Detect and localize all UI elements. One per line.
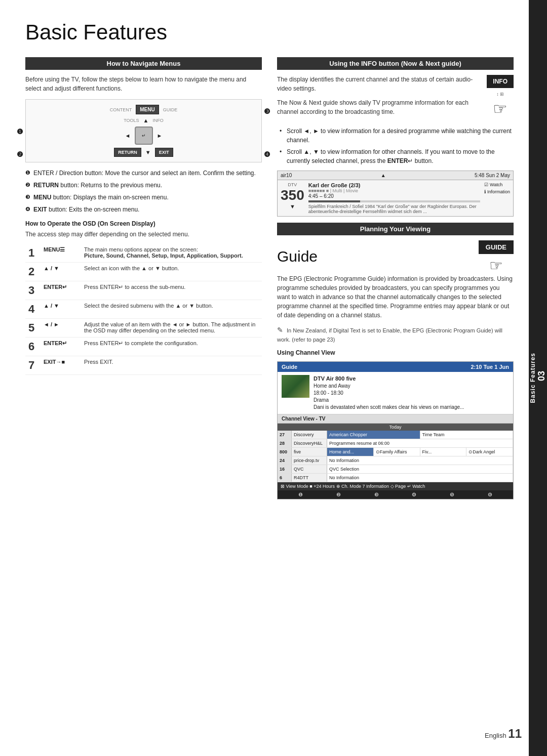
epg-programs-800: Home and... ⊙Family Affairs Fiv... ⊙Dark… [327, 448, 513, 456]
content-label: CONTENT [110, 107, 132, 112]
channel-show-title: Karl der Große (2/3) [308, 182, 481, 188]
remote-row-4: RETURN ▼ EXIT [33, 148, 254, 157]
epg-num-2: ❷ [336, 492, 341, 497]
guide-title: Guide [277, 248, 318, 265]
annotation-4: ❹ [264, 150, 270, 158]
guide-epg: Guide 2:10 Tue 1 Jun DTV Air 800 five Ho… [277, 361, 514, 499]
epg-featured: DTV Air 800 five Home and Away 18:00 - 1… [278, 372, 513, 414]
side-tab: 03 Basic Features [529, 0, 547, 756]
page-number: 11 [508, 727, 522, 740]
epg-prog-800-2[interactable]: ⊙Family Affairs [374, 448, 420, 456]
epg-ch-name-24: price-drop.tv [292, 456, 327, 465]
osd-desc-2: Select an icon with the ▲ or ▼ button. [81, 263, 262, 281]
osd-row-6: 6 ENTER↵ Press ENTER↵ to complete the co… [25, 338, 262, 356]
epg-prog-800-3[interactable]: Fiv... [420, 448, 467, 456]
enter-center-btn[interactable]: ↵ [135, 127, 153, 145]
remote-diagram: ❶ ❷ ❸ ❹ [25, 99, 262, 162]
right-column: Using the INFO button (Now & Next guide)… [277, 57, 514, 499]
epg-row-28: 28 DiscoveryH&L Programmes resume at 06:… [278, 439, 513, 448]
channel-info-top-right: 5:48 Sun 2 May [475, 173, 510, 178]
instruction-3: MENU button: Displays the main on-screen… [25, 193, 262, 202]
osd-desc-5: Adjust the value of an item with the ◄ o… [81, 319, 262, 338]
info-box-container: The display identifies the current chann… [277, 75, 514, 121]
navigate-menus-intro: Before using the TV, follow the steps be… [25, 75, 262, 93]
epg-featured-time: 18:00 - 18:30 [314, 390, 464, 397]
remote-row-2: TOOLS ▲ INFO [33, 117, 254, 123]
osd-desc-6: Press ENTER↵ to complete the configurati… [81, 338, 262, 356]
epg-ch-name-27: Discovery [292, 431, 327, 439]
epg-channel-view-header: Channel View - TV [278, 414, 513, 424]
tools-label: TOOLS [124, 118, 139, 123]
instruction-1: ENTER / Direction button: Move the curso… [25, 169, 262, 178]
annotation-2: ❷ [17, 150, 23, 158]
info-btn-display: INFO [487, 75, 514, 88]
epg-featured-info: DTV Air 800 five Home and Away 18:00 - 1… [314, 375, 464, 411]
remote-diagram-wrapper: ❶ ❷ ❸ ❹ [25, 99, 262, 162]
epg-row-27: 27 Discovery American Chopper Time Team [278, 431, 513, 439]
osd-row-4: 4 ▲ / ▼ Select the desired submenu with … [25, 300, 262, 319]
channel-desc: Spielfilm Frankreich / Sofiel 1984 "Karl… [308, 204, 481, 214]
osd-row-5: 5 ◄ / ► Adjust the value of an item with… [25, 319, 262, 338]
annotation-3: ❸ [264, 107, 270, 115]
channel-time: 4:45 – 6:20 [308, 193, 481, 199]
page-container: Basic Features How to Navigate Menus Bef… [0, 0, 547, 756]
chapter-number: 03 [536, 371, 547, 381]
info-button-header: Using the INFO button (Now & Next guide) [277, 57, 514, 70]
epg-num-3: ❸ [374, 492, 379, 497]
channel-down-arrow: ▼ [290, 203, 295, 209]
channel-info-top-left: air10 [281, 173, 292, 178]
epg-prog-6-1[interactable]: No Information [327, 474, 513, 482]
osd-icon-1: MENU☰ [41, 244, 81, 263]
using-channel-view-title: Using Channel View [277, 349, 514, 356]
info-action[interactable]: ℹ Information [484, 189, 510, 194]
exit-btn[interactable]: EXIT [155, 148, 173, 157]
epg-prog-16-1[interactable]: QVC Selection [327, 465, 513, 473]
epg-bottom-nums: ❶ ❷ ❸ ❹ ❺ ❻ [278, 490, 513, 499]
osd-row-3: 3 ENTER↵ Press ENTER↵ to access the sub-… [25, 281, 262, 300]
epg-prog-800-4[interactable]: ⊙Dark Angel [466, 448, 513, 456]
guide-note: ✎ In New Zealand, if Digital Text is set… [277, 325, 514, 344]
info-bullet-2: Scroll ▲, ▼ to view information for othe… [280, 147, 514, 165]
epg-prog-27-1[interactable]: American Chopper [327, 431, 420, 439]
two-col-layout: How to Navigate Menus Before using the T… [25, 57, 514, 499]
osd-num-5: 5 [25, 319, 41, 338]
epg-num-5: ❺ [450, 492, 454, 497]
epg-row-6: 6 R4DTT No Information [278, 474, 513, 482]
osd-num-3: 3 [25, 281, 41, 300]
info-text-1: The display identifies the current chann… [277, 75, 482, 93]
osd-row-2: 2 ▲ / ▼ Select an icon with the ▲ or ▼ b… [25, 263, 262, 281]
channel-number: 350 [281, 187, 304, 203]
osd-icon-4: ▲ / ▼ [41, 300, 81, 319]
up-arrow: ▲ [143, 117, 148, 123]
osd-desc-3: Press ENTER↵ to access the sub-menu. [81, 281, 262, 300]
osd-subtitle: The access step may differ depending on … [25, 230, 262, 239]
instruction-2: RETURN button: Returns to the previous m… [25, 181, 262, 190]
remote-row-3: ◄ ↵ ► [33, 127, 254, 145]
osd-icon-5: ◄ / ► [41, 319, 81, 338]
epg-prog-800-1[interactable]: Home and... [327, 448, 374, 456]
epg-featured-channel: DTV Air 800 five [314, 375, 464, 383]
epg-prog-27-2[interactable]: Time Team [420, 431, 514, 439]
osd-title: How to Operate the OSD (On Screen Displa… [25, 220, 262, 227]
right-arrow: ► [157, 133, 163, 139]
return-btn[interactable]: RETURN [114, 148, 141, 157]
watch-action[interactable]: ☑ Watch [484, 182, 510, 187]
down-arrow: ▼ [145, 149, 151, 155]
epg-num-6: ❻ [488, 492, 492, 497]
osd-icon-6: ENTER↵ [41, 338, 81, 356]
menu-btn[interactable]: MENU [136, 105, 159, 114]
left-arrow: ◄ [125, 133, 131, 139]
epg-prog-28-1[interactable]: Programmes resume at 06:00 [327, 439, 513, 447]
channel-num-col: DTV 350 ▼ [281, 182, 304, 214]
epg-ch-num-28: 28 [278, 439, 292, 447]
main-content: Basic Features How to Navigate Menus Bef… [0, 0, 529, 756]
guide-btn-container: GUIDE ☞ [479, 240, 514, 274]
left-column: How to Navigate Menus Before using the T… [25, 57, 262, 499]
epg-today-bar: Today [278, 424, 513, 431]
osd-num-6: 6 [25, 338, 41, 356]
epg-prog-24-1[interactable]: No Information [327, 456, 513, 465]
epg-ch-name-16: QVC [292, 465, 327, 473]
osd-num-7: 7 [25, 356, 41, 375]
note-icon: ✎ [277, 326, 283, 334]
osd-row-7: 7 EXIT→■ Press EXIT. [25, 356, 262, 375]
